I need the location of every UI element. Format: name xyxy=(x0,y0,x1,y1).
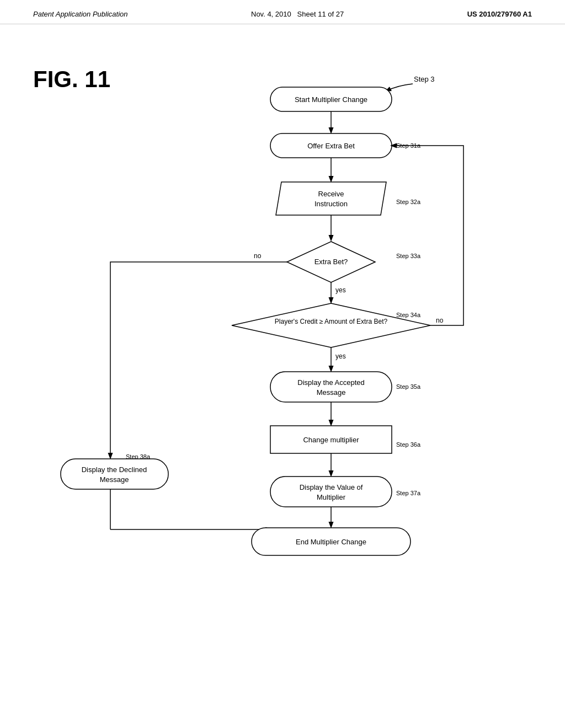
label-yes-credit: yes xyxy=(335,352,346,360)
step32a-label: Step 32a xyxy=(396,199,421,205)
step37a-label: Step 37a xyxy=(396,490,421,496)
node-display-value: Display the Value of xyxy=(300,483,363,491)
svg-text:Multiplier: Multiplier xyxy=(317,493,346,501)
step36a-label: Step 36a xyxy=(396,441,421,448)
label-no-extra-bet: no xyxy=(254,252,262,260)
step3-label: Step 3 xyxy=(414,75,435,83)
node-change-multiplier: Change multiplier xyxy=(303,436,359,444)
svg-text:Instruction: Instruction xyxy=(315,200,348,208)
step35a-label: Step 35a xyxy=(396,383,421,390)
svg-marker-4 xyxy=(276,182,386,215)
node-players-credit: Player's Credit ≥ Amount of Extra Bet? xyxy=(275,318,388,325)
svg-text:Message: Message xyxy=(317,388,346,397)
svg-text:Message: Message xyxy=(100,475,129,484)
svg-rect-16 xyxy=(270,477,392,507)
node-end-multiplier: End Multiplier Change xyxy=(296,538,366,546)
label-no-credit: no xyxy=(436,317,444,324)
node-display-declined: Display the Declined xyxy=(82,465,147,474)
node-offer-extra-bet: Offer Extra Bet xyxy=(307,142,355,150)
node-receive-instruction: Receive xyxy=(318,190,344,198)
node-extra-bet: Extra Bet? xyxy=(315,258,348,266)
node-start-multiplier: Start Multiplier Change xyxy=(295,95,367,104)
step33a-label: Step 33a xyxy=(396,253,421,259)
svg-marker-9 xyxy=(232,303,430,347)
label-yes-extra-bet: yes xyxy=(335,286,346,294)
svg-rect-11 xyxy=(270,372,392,402)
flowchart-diagram: Step 3 Start Multiplier Change Step 31a … xyxy=(0,0,565,673)
svg-rect-22 xyxy=(61,459,168,489)
node-display-accepted: Display the Accepted xyxy=(297,378,364,387)
step34a-label: Step 34a xyxy=(396,312,421,318)
